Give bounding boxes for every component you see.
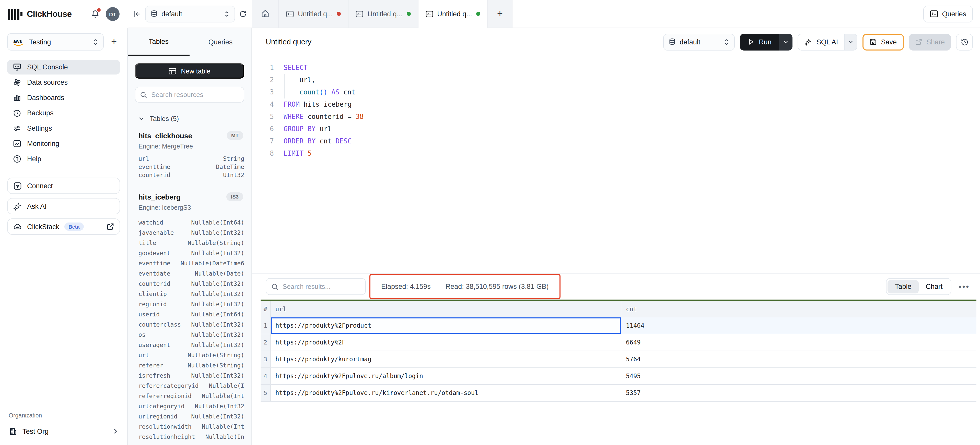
- clickstack-button[interactable]: ClickStack Beta: [7, 219, 120, 235]
- run-button[interactable]: Run: [740, 33, 779, 50]
- table-item-hits-iceberg[interactable]: hits_iceberg IS3 Engine: IcebergS3 watch…: [135, 192, 244, 442]
- sidebar-item-data-sources[interactable]: Data sources: [7, 75, 120, 90]
- code-line: 5WHERE counterid = 38: [264, 111, 980, 123]
- refresh-icon[interactable]: [239, 10, 247, 17]
- search-icon: [271, 283, 278, 290]
- data-sources-icon: [13, 78, 21, 87]
- save-floppy-icon: [870, 38, 877, 46]
- tab-untitled-query-2[interactable]: Untitled q...: [349, 0, 418, 28]
- notifications-button[interactable]: [91, 10, 100, 18]
- clickhouse-console: ClickHouse DT default Untitled q...: [0, 0, 980, 445]
- database-selector[interactable]: default: [145, 5, 235, 22]
- ask-ai-button[interactable]: Ask AI: [7, 198, 120, 214]
- table-row[interactable]: 5 https://produkty%2Fpulove.ru/kiroverla…: [261, 385, 977, 402]
- column-row: osNullable(Int32): [138, 330, 244, 340]
- query-history-button[interactable]: [956, 33, 973, 50]
- table-engine: Engine: MergeTree: [138, 143, 244, 150]
- tab-untitled-query-1[interactable]: Untitled q...: [279, 0, 349, 28]
- add-workspace-button[interactable]: +: [108, 36, 120, 48]
- tab-untitled-query-3[interactable]: Untitled q...: [418, 0, 488, 28]
- search-results-field[interactable]: [266, 278, 366, 295]
- search-resources-field[interactable]: [135, 87, 244, 103]
- results-more-menu[interactable]: •••: [959, 282, 970, 291]
- connect-button[interactable]: Connect: [7, 177, 120, 194]
- column-row: resolutionwidthNullable(Int: [138, 421, 244, 432]
- table-row[interactable]: 4 https://produkty%2Fpulove.ru/album/log…: [261, 368, 977, 385]
- column-row: counteridUInt32: [138, 171, 244, 179]
- cnt-cell[interactable]: 6649: [621, 339, 977, 346]
- brand-area: ClickHouse DT: [0, 0, 128, 28]
- tab-tables[interactable]: Tables: [128, 28, 189, 55]
- new-tab-button[interactable]: +: [488, 0, 512, 28]
- queries-button[interactable]: Queries: [923, 5, 973, 22]
- tab-status-dot-green: [406, 12, 410, 16]
- table-item-hits-clickhouse[interactable]: hits_clickhouse MT Engine: MergeTree url…: [135, 131, 244, 179]
- tables-group-label: Tables (5): [150, 115, 179, 122]
- sidebar-item-label: Settings: [27, 125, 52, 132]
- code-line: 3count() AS cnt: [264, 86, 980, 98]
- sql-editor[interactable]: 1SELECT 2url, 3count() AS cnt 4FROM hits…: [252, 56, 980, 273]
- sidebar-item-label: Data sources: [27, 79, 68, 86]
- header-row-number[interactable]: #: [261, 301, 271, 317]
- column-row: goodeventNullable(Int32): [138, 248, 244, 258]
- cnt-cell[interactable]: 5495: [621, 372, 977, 380]
- table-row[interactable]: 3 https://produkty/kurortmag 5764: [261, 351, 977, 368]
- cnt-cell[interactable]: 5764: [621, 356, 977, 363]
- row-number: 3: [261, 351, 271, 367]
- view-chart-button[interactable]: Chart: [918, 280, 950, 293]
- save-button[interactable]: Save: [862, 33, 904, 50]
- sidebar-item-monitoring[interactable]: Monitoring: [7, 136, 120, 151]
- header-cnt[interactable]: cnt: [621, 306, 977, 313]
- cnt-cell[interactable]: 11464: [621, 322, 977, 329]
- organization-selector[interactable]: Test Org: [7, 424, 120, 438]
- sparkles-icon: [13, 202, 22, 211]
- results-table-header: # url cnt: [261, 301, 977, 317]
- table-row[interactable]: 1 https://produkty%2Fproduct 11464: [261, 317, 977, 334]
- cnt-cell[interactable]: 5357: [621, 390, 977, 396]
- avatar[interactable]: DT: [106, 7, 119, 21]
- sidebar-item-settings[interactable]: Settings: [7, 121, 120, 136]
- sql-ai-button[interactable]: SQL AI: [798, 34, 844, 50]
- query-title[interactable]: Untitled query: [266, 38, 312, 46]
- header-url[interactable]: url: [271, 301, 621, 317]
- share-button[interactable]: Share: [909, 33, 951, 50]
- column-row: clientipNullable(Int32): [138, 289, 244, 299]
- engine-badge: IS3: [226, 192, 243, 201]
- sql-ai-options-button[interactable]: [844, 34, 857, 50]
- url-cell[interactable]: https://produkty%2F: [271, 334, 621, 351]
- column-row: isrefreshNullable(Int32): [138, 371, 244, 381]
- column-row: eventdateNullable(Date): [138, 268, 244, 279]
- backups-icon: [13, 109, 21, 117]
- column-row: watchidNullable(Int64): [138, 217, 244, 228]
- table-row[interactable]: 2 https://produkty%2F 6649: [261, 334, 977, 351]
- url-cell[interactable]: https://produkty%2Fproduct: [271, 317, 621, 334]
- database-icon: [669, 38, 676, 46]
- external-link-icon: [107, 223, 114, 230]
- sidebar-item-backups[interactable]: Backups: [7, 106, 120, 120]
- url-cell[interactable]: https://produkty/kurortmag: [271, 351, 621, 367]
- code-line: 1SELECT: [264, 62, 980, 74]
- workspace-selector[interactable]: aws Testing: [7, 33, 104, 51]
- row-number: 1: [261, 317, 271, 334]
- view-table-button[interactable]: Table: [888, 280, 919, 293]
- new-table-button[interactable]: New table: [135, 63, 244, 79]
- search-results-input[interactable]: [283, 283, 360, 290]
- chevron-down-icon: [138, 116, 144, 122]
- tab-queries[interactable]: Queries: [189, 28, 251, 55]
- search-resources-input[interactable]: [151, 91, 239, 98]
- editor-database-selector[interactable]: default: [663, 33, 735, 50]
- run-options-button[interactable]: [779, 33, 792, 50]
- aws-logo-icon: aws: [13, 38, 24, 46]
- tables-group-toggle[interactable]: Tables (5): [135, 115, 244, 122]
- run-label: Run: [759, 38, 772, 46]
- sidebar-item-dashboards[interactable]: Dashboards: [7, 90, 120, 105]
- url-cell[interactable]: https://produkty%2Fpulove.ru/album/login: [271, 368, 621, 384]
- sidebar-item-sql-console[interactable]: SQL Console: [7, 60, 120, 74]
- home-button[interactable]: [252, 0, 279, 28]
- url-cell[interactable]: https://produkty%2Fpulove.ru/kiroverlane…: [271, 385, 621, 401]
- sidebar-item-label: SQL Console: [27, 63, 68, 71]
- sidebar-item-help[interactable]: Help: [7, 152, 120, 166]
- column-row: eventtimeNullable(DateTime6: [138, 258, 244, 268]
- dashboards-icon: [13, 93, 21, 102]
- collapse-sidebar-icon[interactable]: [134, 10, 141, 17]
